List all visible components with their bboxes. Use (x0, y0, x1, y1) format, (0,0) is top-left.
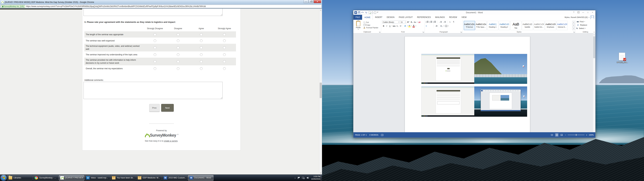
font-name-select[interactable]: Calibri (Body)▾ (382, 20, 400, 24)
redo-icon[interactable] (365, 11, 368, 14)
grow-font-icon[interactable] (407, 20, 410, 24)
radio-button[interactable] (154, 40, 156, 42)
style-chip[interactable]: AaBbCcDt Emphasis (545, 21, 556, 30)
undo-icon[interactable] (361, 11, 364, 14)
radio-button[interactable] (223, 33, 226, 36)
style-chip[interactable]: AaBbCcD Subtitle (522, 21, 533, 30)
page-indicator[interactable]: PAGE 1 OF 1 (355, 134, 367, 136)
ribbon-tab[interactable]: REVIEW (447, 15, 459, 20)
scroll-up-icon[interactable]: ▲ (593, 33, 595, 36)
radio-button[interactable] (200, 46, 202, 49)
tray-clock[interactable]: 3:09 PM 10/26/2015 (311, 175, 320, 180)
strikethrough-icon[interactable] (393, 24, 396, 28)
taskbar-button[interactable]: SurveyMonkey - ... (33, 175, 58, 181)
radio-button[interactable] (200, 60, 202, 63)
radio-button[interactable] (154, 67, 156, 70)
copy-button[interactable]: Copy (364, 24, 378, 26)
paste-button[interactable]: Paste ▾ (354, 20, 362, 30)
zoom-slider-thumb[interactable] (576, 134, 576, 136)
font-size-select[interactable]: 11▾ (400, 20, 406, 24)
customize-qat-icon[interactable] (377, 12, 378, 13)
radio-button[interactable] (223, 60, 226, 63)
decrease-indent-icon[interactable] (439, 20, 442, 24)
style-chip[interactable]: AaBbCcD Heading 2 (499, 21, 510, 30)
radio-button[interactable] (177, 60, 180, 63)
italic-icon[interactable] (386, 24, 388, 28)
show-desktop-button[interactable] (321, 175, 322, 181)
web-layout-button[interactable] (560, 133, 563, 136)
cut-button[interactable]: Cut (364, 21, 378, 23)
hidden-icons-chevron-icon[interactable]: ▲ (294, 177, 296, 178)
ribbon-tab[interactable]: HOME (362, 15, 373, 20)
align-center-icon[interactable] (428, 26, 429, 26)
text-highlight-icon[interactable] (408, 24, 411, 28)
radio-button[interactable] (200, 53, 202, 56)
radio-button[interactable] (177, 67, 180, 70)
replace-button[interactable]: Replace (576, 24, 594, 26)
align-right-icon[interactable] (430, 26, 430, 26)
new-document-icon[interactable] (374, 12, 376, 14)
radio-button[interactable] (223, 40, 226, 42)
document-page[interactable] (405, 36, 530, 132)
taskbar-button[interactable]: You have been de... (110, 175, 136, 181)
taskbar-button[interactable]: [SURVEY PREVIEW... (59, 175, 84, 181)
restore-button[interactable] (308, 0, 314, 3)
word-count[interactable]: 0 WORDS (370, 134, 378, 136)
radio-button[interactable] (177, 46, 180, 49)
justify-icon[interactable] (431, 26, 432, 26)
additional-comments-textarea[interactable] (84, 82, 222, 99)
radio-button[interactable] (177, 33, 180, 36)
radio-button[interactable] (177, 40, 180, 42)
scrollbar-thumb[interactable] (320, 82, 322, 98)
radio-button[interactable] (200, 67, 202, 70)
superscript-icon[interactable] (399, 24, 402, 28)
scroll-up-icon[interactable]: ▲ (319, 8, 322, 12)
taskbar-button[interactable]: ODP Medicine: M... (136, 175, 162, 181)
taskbar-button[interactable]: Libraries (7, 175, 33, 181)
zoom-percentage[interactable]: 100% (589, 134, 594, 136)
line-spacing-icon[interactable] (435, 24, 438, 28)
ev-security-badge[interactable]: SurveyMonkey Inc. [US] (1, 5, 25, 8)
style-chip[interactable]: AaBbC( Heading 1 (487, 21, 498, 30)
print-layout-button[interactable] (555, 133, 558, 136)
account-area[interactable]: Myles, Ranell (NIH/OD) [E] ▾ (565, 15, 594, 20)
zoom-in-icon[interactable]: + (586, 134, 587, 136)
clear-formatting-icon[interactable] (418, 21, 421, 23)
read-mode-button[interactable] (550, 133, 554, 136)
multilevel-list-icon[interactable] (433, 21, 436, 23)
resize-grip-icon[interactable] (221, 97, 222, 99)
touch-mouse-mode-icon[interactable] (372, 12, 373, 14)
underline-icon[interactable] (388, 24, 391, 28)
help-button[interactable]: ? (572, 10, 576, 14)
paragraph-dialog-launcher-icon[interactable] (461, 31, 462, 33)
taskbar-button[interactable]: 2015 MtG Custom... (162, 175, 188, 181)
font-dialog-launcher-icon[interactable] (423, 31, 424, 33)
radio-button[interactable] (223, 53, 226, 56)
collapse-ribbon-icon[interactable]: ∧ (594, 31, 595, 33)
surveymonkey-logo[interactable]: SurveyMonkey ® (82, 133, 240, 138)
embedded-screenshot-1[interactable] (421, 54, 527, 84)
increase-indent-icon[interactable] (443, 20, 446, 24)
shrink-font-icon[interactable] (410, 20, 413, 24)
scroll-down-icon[interactable]: ▼ (319, 172, 322, 174)
prev-button[interactable]: Prev (149, 104, 160, 112)
resize-grip-icon[interactable] (221, 14, 222, 16)
bullets-icon[interactable] (426, 21, 428, 23)
style-chip[interactable]: AaBbCcDt Intense E... (556, 21, 568, 30)
styles-dialog-launcher-icon[interactable] (574, 31, 575, 33)
create-survey-link[interactable]: create a survey (164, 140, 178, 142)
desktop-pdf-shortcut[interactable]: MYLES_RA... (617, 52, 628, 63)
shading-icon[interactable] (440, 25, 443, 27)
style-chip[interactable]: AaBbCcDc ¶ No Spac... (476, 21, 487, 30)
proofing-status-icon[interactable] (381, 134, 384, 136)
page-scrollbar[interactable]: ▲ ▼ (319, 8, 322, 174)
subscript-icon[interactable] (396, 24, 399, 28)
font-color-icon[interactable] (412, 24, 415, 28)
radio-button[interactable] (154, 53, 156, 56)
change-case-icon[interactable] (414, 20, 416, 24)
speaker-icon[interactable] (307, 177, 309, 179)
taskbar-button[interactable]: Document1 - Word (188, 175, 214, 181)
sort-icon[interactable] (448, 20, 451, 24)
network-icon[interactable] (302, 177, 304, 179)
ribbon-tab[interactable]: PAGE LAYOUT (397, 15, 415, 20)
